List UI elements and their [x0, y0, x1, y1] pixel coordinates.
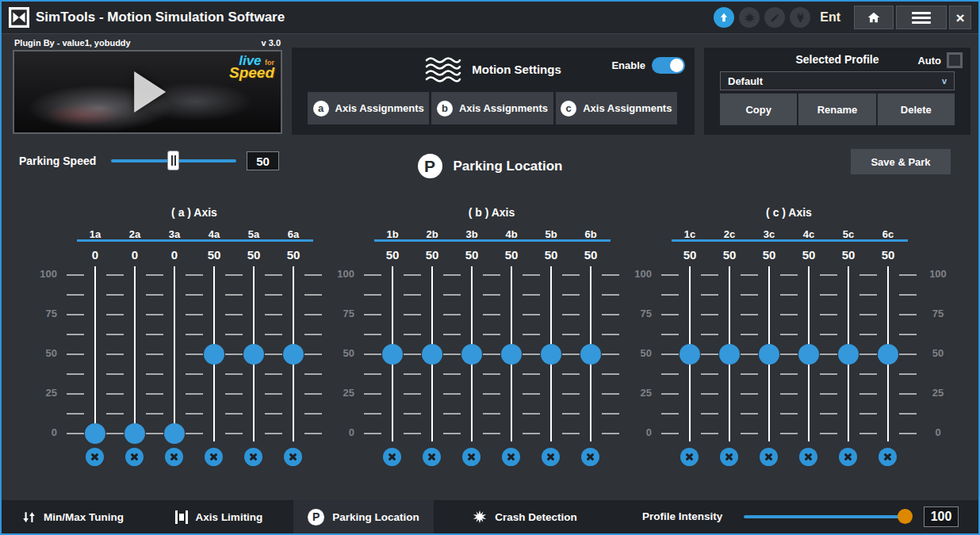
tick-mark	[225, 373, 243, 375]
slider-handle-2c[interactable]	[719, 344, 740, 365]
tick-mark	[186, 334, 203, 335]
slider-clear-button-2c[interactable]	[720, 448, 738, 466]
slider-clear-button-2a[interactable]	[125, 448, 144, 466]
slider-track-2a[interactable]	[134, 266, 136, 441]
slider-clear-button-1c[interactable]	[680, 448, 699, 466]
tab-parking-location[interactable]: P Parking Location	[293, 500, 434, 533]
slider-clear-button-2b[interactable]	[423, 448, 441, 466]
tick-mark	[67, 334, 84, 335]
tick-mark	[859, 274, 877, 276]
tick-mark	[899, 373, 917, 375]
tick-mark	[483, 393, 500, 395]
tick-mark	[404, 274, 421, 276]
slider-handle-6c[interactable]	[878, 344, 898, 365]
slider-handle-3b[interactable]	[461, 344, 482, 365]
tick-mark	[820, 353, 837, 355]
slider-handle-5b[interactable]	[541, 344, 561, 365]
slider-clear-button-4b[interactable]	[502, 448, 520, 466]
slider-track-1a[interactable]	[94, 266, 96, 441]
tick-mark	[186, 413, 203, 415]
tick-mark	[562, 334, 580, 335]
slider-value-6b: 50	[573, 248, 608, 262]
slider-handle-1a[interactable]	[85, 423, 105, 444]
tick-mark	[265, 433, 282, 434]
tick-mark	[67, 274, 84, 276]
slider-value-3c: 50	[752, 248, 787, 262]
profile-intensity-slider[interactable]	[744, 515, 912, 518]
slider-value-4c: 50	[791, 248, 826, 262]
slider-clear-button-6c[interactable]	[879, 448, 897, 466]
axis-group-title-b: ( b ) Axis	[373, 206, 611, 219]
slider-handle-5c[interactable]	[838, 344, 859, 365]
tick-mark	[186, 373, 203, 375]
tab-label: Parking Location	[332, 511, 419, 523]
tick-mark	[67, 393, 84, 395]
tick-mark	[523, 294, 540, 296]
slider-label-4a: 4a	[197, 228, 232, 240]
slider-clear-button-5c[interactable]	[839, 448, 857, 466]
slider-handle-4a[interactable]	[204, 344, 224, 365]
tick-mark	[225, 294, 243, 296]
slider-handle-3c[interactable]	[759, 344, 779, 365]
slider-clear-button-4c[interactable]	[799, 448, 817, 466]
starburst-icon	[473, 510, 487, 524]
slider-label-1c: 1c	[672, 228, 707, 240]
tick-mark	[443, 314, 461, 315]
tick-mark	[443, 373, 461, 375]
slider-clear-button-1a[interactable]	[86, 448, 104, 466]
tick-mark	[146, 353, 163, 355]
slider-clear-button-3b[interactable]	[462, 448, 480, 466]
tick-mark	[820, 294, 837, 296]
slider-clear-button-3c[interactable]	[760, 448, 778, 466]
slider-handle-1b[interactable]	[382, 344, 403, 365]
slider-handle-2b[interactable]	[422, 344, 442, 365]
slider-handle-4c[interactable]	[798, 344, 819, 365]
tick-mark	[483, 334, 500, 335]
tick-mark	[404, 334, 421, 335]
slider-clear-button-5a[interactable]	[244, 448, 262, 466]
slider-clear-button-3a[interactable]	[165, 448, 183, 466]
tick-mark	[701, 413, 718, 415]
tick-mark	[562, 274, 580, 276]
tick-mark	[602, 334, 619, 335]
tick-mark	[483, 314, 500, 315]
slider-handle-2a[interactable]	[124, 423, 145, 444]
tick-mark	[146, 294, 163, 296]
slider-handle-6b[interactable]	[580, 344, 601, 365]
minmax-arrows-icon	[22, 510, 36, 524]
scale-label: 50	[33, 347, 57, 359]
tick-mark	[364, 334, 381, 335]
slider-value-3a: 0	[157, 248, 192, 262]
profile-intensity-handle[interactable]	[898, 509, 913, 524]
slider-track-3a[interactable]	[174, 266, 175, 441]
tab-crash-detection[interactable]: Crash Detection	[434, 500, 616, 533]
slider-value-6c: 50	[871, 248, 905, 262]
scale-label-right: 25	[924, 387, 951, 399]
slider-handle-6a[interactable]	[283, 344, 304, 365]
slider-clear-button-5b[interactable]	[542, 448, 560, 466]
slider-handle-1c[interactable]	[679, 344, 700, 365]
tick-mark	[404, 294, 421, 296]
slider-handle-4b[interactable]	[501, 344, 522, 365]
tick-mark	[146, 393, 163, 395]
slider-value-2c: 50	[712, 248, 747, 262]
slider-label-6c: 6c	[871, 228, 905, 240]
tick-mark	[404, 353, 421, 355]
slider-handle-5a[interactable]	[243, 344, 264, 365]
slider-clear-button-6b[interactable]	[581, 448, 599, 466]
scale-label: 0	[33, 426, 57, 438]
slider-clear-button-6a[interactable]	[284, 448, 302, 466]
tick-mark	[820, 433, 837, 434]
tab-minmax-tuning[interactable]: Min/Max Tuning	[2, 500, 144, 533]
slider-handle-3a[interactable]	[164, 423, 185, 444]
tick-mark	[443, 413, 461, 415]
tab-axis-limiting[interactable]: Axis Limiting	[144, 500, 293, 533]
tick-mark	[106, 353, 124, 355]
tick-mark	[741, 413, 758, 415]
scale-label: 50	[628, 347, 652, 359]
slider-clear-button-1b[interactable]	[383, 448, 401, 466]
slider-clear-button-4a[interactable]	[205, 448, 223, 466]
tick-mark	[701, 274, 718, 276]
slider-label-5a: 5a	[236, 228, 271, 240]
tick-mark	[404, 413, 421, 415]
